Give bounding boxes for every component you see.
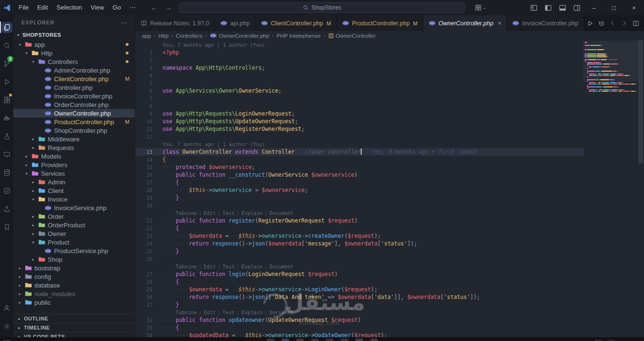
forward-button[interactable] xyxy=(619,15,630,31)
minimize-button[interactable]: – xyxy=(584,0,604,15)
activity-todo-tree[interactable] xyxy=(0,181,13,200)
more-button[interactable]: ⋯ xyxy=(642,15,644,31)
activity-explorer[interactable] xyxy=(0,18,13,36)
codelens-link[interactable]: Tabnine xyxy=(176,309,197,315)
breadcrumb-item-php-intelephense[interactable]: PHP Intelephense xyxy=(277,33,321,39)
tab-ownercontroller-php[interactable]: phpOwnerController.php× xyxy=(423,15,507,31)
code-line-28[interactable]: 28····{ xyxy=(135,278,584,286)
folder-shop[interactable]: ▸Shop xyxy=(13,255,135,264)
codelens-link[interactable]: Edit xyxy=(204,309,215,315)
code-line-17[interactable]: 17····{ xyxy=(135,179,584,186)
code-line-13[interactable]: 13class OwnerController extends Controll… xyxy=(135,148,584,156)
activity-account[interactable] xyxy=(0,299,13,317)
file-productservice-php[interactable]: phpProductService.php xyxy=(13,246,135,255)
codelens-link[interactable]: Test xyxy=(223,264,235,269)
file-admincontroller-php[interactable]: phpAdminController.php xyxy=(13,66,135,75)
codelens-link[interactable]: Edit xyxy=(204,210,215,216)
folder-app[interactable]: ▾app xyxy=(13,40,135,49)
file-invoicecontroller-php[interactable]: phpInvoiceController.php xyxy=(13,92,135,100)
code-line-21[interactable]: 21····public function register(RegisterO… xyxy=(135,217,584,224)
taskbar-icon[interactable] xyxy=(326,339,333,341)
folder-http[interactable]: ▾Http xyxy=(13,49,135,57)
code-line-20[interactable]: 20 xyxy=(135,202,584,209)
codelens-link[interactable]: Document xyxy=(269,264,294,269)
taskbar-icon[interactable] xyxy=(281,339,289,341)
minimap-slider[interactable] xyxy=(583,41,638,82)
code-line-5[interactable]: 5 xyxy=(135,79,584,87)
menu-more[interactable]: ⋯ xyxy=(125,0,140,15)
tab-close-icon[interactable]: × xyxy=(498,20,502,27)
menu-file[interactable]: File xyxy=(14,0,33,15)
tab-api-php[interactable]: phpapi.php xyxy=(215,15,256,31)
folder-node-modules[interactable]: ▸node_modules xyxy=(13,289,135,298)
activity-settings[interactable] xyxy=(0,317,13,335)
folder-invoice[interactable]: ▾Invoice xyxy=(13,195,135,203)
folder-admin[interactable]: ▸Admin xyxy=(13,178,135,186)
code-line-2[interactable]: 2 xyxy=(135,56,584,64)
codelens-link[interactable]: Document xyxy=(269,210,294,216)
menu-go[interactable]: Go xyxy=(108,0,125,15)
code-line-27[interactable]: 27····public function login(LoginOwnerRe… xyxy=(135,270,584,278)
menu-selection[interactable]: Selection xyxy=(52,0,86,15)
back-button[interactable] xyxy=(607,15,619,31)
code-line-16[interactable]: 16····public function __construct(OwnerS… xyxy=(135,171,584,179)
project-root-row[interactable]: ▾ SHOPSTORES xyxy=(13,30,135,40)
maximize-button[interactable]: □ xyxy=(604,0,624,15)
code-line-18[interactable]: 18········$this->ownerservice = $ownerse… xyxy=(135,186,584,194)
code-line-14[interactable]: 14{ xyxy=(135,156,584,163)
codelens-link[interactable]: Document xyxy=(269,309,294,315)
code-line-10[interactable]: 10use App\Http\Requests\UpdateOwnerReque… xyxy=(135,117,584,125)
menu-view[interactable]: View xyxy=(86,0,108,15)
taskbar-icon[interactable] xyxy=(355,339,363,341)
code-line-6[interactable]: 6use App\Services\Owner\OwnerService; xyxy=(135,87,584,95)
code-line-15[interactable]: 15····protected $ownerservice; xyxy=(135,163,584,171)
file-controller-php[interactable]: phpController.php xyxy=(13,83,135,92)
history-button[interactable] xyxy=(596,15,607,31)
taskbar-icon[interactable] xyxy=(311,339,319,341)
breadcrumb-item-controllers[interactable]: Controllers xyxy=(176,33,203,39)
folder-middleware[interactable]: ▸Middleware xyxy=(13,135,135,143)
code-line-24[interactable]: 24········return response()->json($owner… xyxy=(135,240,584,247)
activity-remote-explorer[interactable] xyxy=(0,145,13,163)
folder-database[interactable]: ▸database xyxy=(13,281,135,289)
folder-orderproduct[interactable]: ▸OrderProduct xyxy=(13,221,135,229)
file-clientcontroller-php[interactable]: phpClientController.phpM xyxy=(13,75,135,83)
code-line-7[interactable]: 7 xyxy=(135,95,584,102)
code-line-23[interactable]: 23········$ownerdata = ··$this->ownerser… xyxy=(135,232,584,240)
folder-controllers[interactable]: ▾Controllers xyxy=(13,57,135,66)
section-timeline[interactable]: ▸TIMELINE xyxy=(13,323,135,332)
code-line-11[interactable]: 11use App\Http\Requests\RegisterOwnerReq… xyxy=(135,125,584,133)
code-line-25[interactable]: 25····} xyxy=(135,247,584,255)
codelens-link[interactable]: Tabnine xyxy=(176,210,197,216)
codelens-link[interactable]: Explain xyxy=(241,309,262,315)
toggle-panel-button[interactable] xyxy=(555,0,569,15)
codelens-link[interactable]: Test xyxy=(223,210,235,216)
tab-release-notes-1-97-0[interactable]: Release Notes: 1.97.0 xyxy=(135,15,215,31)
code-line-8[interactable]: 8 xyxy=(135,102,584,110)
folder-client[interactable]: ▸Client xyxy=(13,186,135,195)
tab-invoicecontroller-php[interactable]: phpInvoiceController.php xyxy=(507,15,584,31)
breadcrumb-item-ownercontroller[interactable]: OwnerController xyxy=(328,33,376,39)
menu-edit[interactable]: Edit xyxy=(33,0,52,15)
file-productcontroller-php[interactable]: phpProductController.phpM xyxy=(13,117,135,126)
activity-bookmarks[interactable] xyxy=(0,218,13,236)
code-line-26[interactable]: 26 xyxy=(135,255,584,263)
activity-search[interactable] xyxy=(0,36,13,54)
file-shopcontroller-php[interactable]: phpShopController.php xyxy=(13,126,135,135)
folder-public[interactable]: ▸public xyxy=(13,298,135,307)
file-invoiceservice-php[interactable]: phpInvoiceService.php xyxy=(13,203,135,212)
toggle-sidebar-button[interactable] xyxy=(541,0,555,15)
codelens-link[interactable]: Explain xyxy=(241,264,262,269)
code-line-4[interactable]: 4 xyxy=(135,72,584,79)
explorer-more-actions-icon[interactable]: ⋯ xyxy=(121,19,128,26)
code-line-19[interactable]: 19····} xyxy=(135,194,584,202)
folder-models[interactable]: ▸Models xyxy=(13,152,135,160)
codelens-link[interactable]: Explain xyxy=(241,210,262,216)
activity-source-control[interactable]: 2 xyxy=(0,54,13,73)
code-line-31[interactable]: 31····} xyxy=(135,301,584,309)
folder-order[interactable]: ▸Order xyxy=(13,212,135,221)
code-line-12[interactable]: 12 xyxy=(135,133,584,140)
vertical-scrollbar[interactable] xyxy=(638,40,643,163)
folder-owner[interactable]: ▸Owner xyxy=(13,229,135,238)
nav-forward-icon[interactable]: → xyxy=(165,4,172,11)
